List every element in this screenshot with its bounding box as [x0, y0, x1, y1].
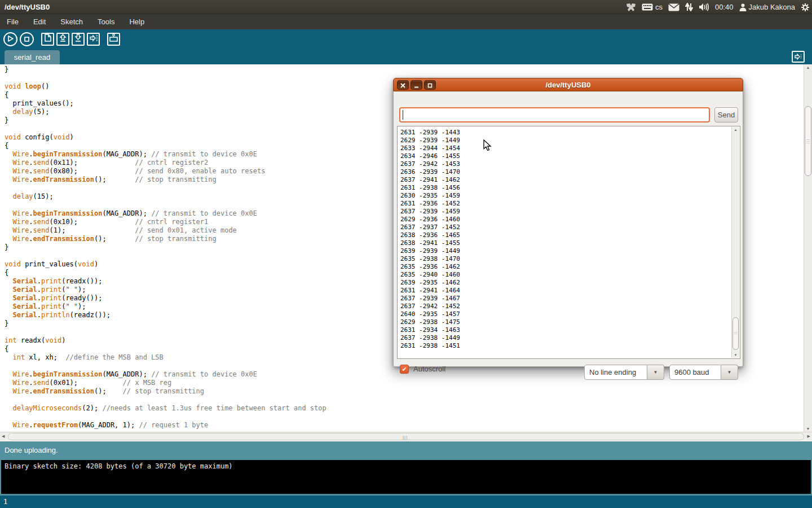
code-line: void print_values(void): [5, 260, 326, 269]
menu-tools[interactable]: Tools: [95, 14, 122, 29]
code-token: Wire: [12, 167, 29, 175]
tab-menu-button[interactable]: [792, 51, 805, 63]
serial-monitor-titlebar[interactable]: /dev/ttyUSB0: [393, 78, 743, 91]
menu-file[interactable]: File: [5, 14, 27, 29]
code-token: // send 0x80, enable auto resets: [135, 167, 265, 175]
code-token: (): [41, 82, 49, 90]
menu-edit[interactable]: Edit: [31, 14, 54, 29]
maximize-icon: [427, 80, 433, 90]
close-button[interactable]: [397, 80, 409, 90]
serial-output-lines: 2631 -2939 -14432629 -2939 -14492633 -29…: [400, 129, 460, 350]
volume-icon[interactable]: [699, 0, 709, 14]
stop-button[interactable]: [20, 32, 34, 46]
code-token: Serial: [12, 294, 37, 302]
code-area: } void loop(){ print_values(); delay(5);…: [5, 65, 326, 430]
serial-output-scrollbar[interactable]: ▲ —— ▼: [731, 127, 739, 358]
serial-send-input[interactable]: [399, 107, 710, 122]
menu-sketch[interactable]: Sketch: [58, 14, 91, 29]
user-menu[interactable]: Jakub Kakona: [739, 0, 795, 14]
new-tab-arrow-icon: [795, 52, 802, 62]
baud-rate-dropdown[interactable]: 9600 baud ▼: [669, 365, 738, 380]
code-token: Serial: [12, 311, 37, 319]
code-line: [5, 328, 326, 336]
scroll-up-arrow-icon[interactable]: ▲: [732, 128, 739, 132]
code-token: ();: [94, 176, 135, 183]
code-token: (MAG_ADDR);: [102, 370, 151, 378]
code-line: void config(void): [5, 133, 326, 142]
code-token: (0x80);: [50, 167, 135, 175]
autoscroll-checkbox[interactable]: ✔: [400, 365, 409, 374]
code-token: .: [29, 235, 33, 243]
code-token: [5, 150, 12, 158]
code-token: print: [41, 303, 61, 310]
scroll-down-arrow-icon[interactable]: ▼: [804, 427, 812, 431]
line-number: 1: [3, 498, 7, 506]
editor-vertical-scrollbar-thumb[interactable]: ———: [805, 106, 811, 176]
keyboard-layout-indicator[interactable]: cs: [642, 0, 663, 14]
code-token: // transmit to device 0x0E: [151, 209, 257, 217]
user-name-label: Jakub Kakona: [749, 3, 795, 11]
chevron-down-icon[interactable]: ▼: [647, 365, 664, 380]
editor-vertical-scrollbar[interactable]: ▲ ——— ▼: [804, 64, 812, 432]
code-token: .: [29, 218, 33, 226]
code-token: void: [45, 336, 61, 344]
code-line: }: [5, 116, 326, 125]
verify-button[interactable]: [3, 32, 17, 46]
focused-window-title: /dev/ttyUSB0: [5, 0, 50, 14]
minimize-button[interactable]: [411, 80, 422, 90]
code-token: print_values();: [5, 99, 74, 107]
open-button[interactable]: [56, 33, 69, 46]
code-token: Wire: [12, 176, 29, 183]
send-button[interactable]: Send: [714, 107, 738, 122]
build-console[interactable]: Binary sketch size: 4208 bytes (of a 307…: [1, 460, 811, 494]
document-icon: [45, 34, 51, 44]
line-ending-dropdown[interactable]: No line ending ▼: [584, 365, 664, 380]
session-gear-icon[interactable]: [801, 0, 810, 14]
code-line: Serial.print(" ");: [5, 286, 326, 294]
scroll-down-arrow-icon[interactable]: ▼: [732, 353, 739, 357]
menu-bar: File Edit Sketch Tools Help: [0, 14, 812, 29]
scroll-up-arrow-icon[interactable]: ▲: [804, 65, 812, 69]
maximize-button[interactable]: [424, 80, 436, 90]
scrollbar-grip: ———: [805, 139, 811, 144]
code-line: Serial.print(" ");: [5, 303, 326, 311]
code-token: //define the MSB and LSB: [65, 353, 163, 361]
code-token: xl, xh;: [25, 353, 65, 361]
editor-horizontal-scrollbar-thumb[interactable]: |||: [8, 433, 804, 440]
code-token: .: [37, 277, 41, 285]
code-token: .: [29, 370, 33, 378]
code-line: Serial.print(readx());: [5, 277, 326, 286]
serial-line: 2631 -2938 -1451: [400, 342, 460, 350]
new-sketch-button[interactable]: [41, 33, 54, 46]
code-token: [5, 167, 12, 175]
code-token: loop: [25, 82, 41, 90]
console-frame: Binary sketch size: 4208 bytes (of a 307…: [0, 459, 812, 496]
code-token: }: [5, 243, 8, 251]
code-line: delay(5);: [5, 108, 326, 116]
serial-output-area[interactable]: 2631 -2939 -14432629 -2939 -14492633 -29…: [397, 126, 740, 359]
serial-monitor-button[interactable]: [107, 33, 120, 46]
code-line: }: [5, 243, 326, 252]
code-token: //needs at least 1.3us free time between…: [102, 404, 326, 412]
minimize-icon: [414, 80, 419, 90]
code-token: }: [5, 319, 8, 327]
code-token: Wire: [12, 209, 29, 217]
indicator-applet-icon[interactable]: [626, 0, 636, 14]
code-token: delay: [12, 108, 33, 116]
upload-button[interactable]: [87, 33, 100, 46]
menu-help[interactable]: Help: [127, 14, 152, 29]
chevron-down-icon[interactable]: ▼: [721, 365, 738, 380]
tab-serial-read[interactable]: serial_read: [5, 50, 60, 64]
scroll-left-arrow-icon[interactable]: ◀: [2, 434, 5, 439]
clock[interactable]: 00:40: [715, 0, 734, 14]
network-sync-icon[interactable]: [685, 0, 693, 14]
mail-icon[interactable]: [668, 0, 679, 14]
serial-line: 2637 -2939 -1467: [400, 295, 460, 303]
scroll-right-arrow-icon[interactable]: ▶: [807, 434, 810, 439]
play-icon: [7, 34, 14, 44]
editor-horizontal-scrollbar[interactable]: ◀ ||| ▶: [0, 432, 812, 441]
close-icon: [400, 80, 405, 90]
save-button[interactable]: [72, 33, 85, 46]
serial-output-scrollbar-thumb[interactable]: ——: [732, 317, 739, 350]
code-token: (readz());: [70, 311, 111, 319]
